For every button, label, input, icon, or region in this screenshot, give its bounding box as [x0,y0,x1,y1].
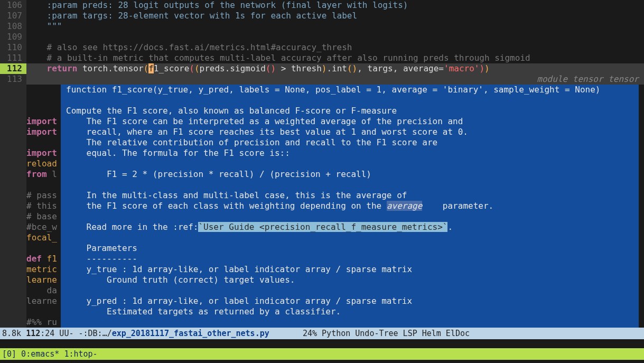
line-number: 113 [0,74,26,85]
doc-formula: F1 = 2 * (precision * recall) / (precisi… [66,169,371,179]
line-number: 110 [0,42,26,53]
paren: ) [352,63,358,73]
doc-text: The relative contribution of precision a… [66,137,437,147]
call-torch-tensor: torch.tensor [77,63,143,73]
line-number: 107 [0,11,26,21]
string-literal: 'macro' [444,63,479,73]
expr: , targs, average= [357,63,444,73]
doc-text: Read more in the :ref: [66,222,198,232]
line-number: 111 [0,53,26,63]
doc-param: y_true : 1d array-like, or label indicat… [66,264,412,274]
signature-hint: module tensor tensor [535,74,641,85]
gutter-spacer [0,85,26,328]
doc-params-header: Parameters [66,243,137,253]
code-line-110: 110 # also see https://docs.fast.ai/metr… [0,42,644,53]
doc-text: parameter. [422,201,493,211]
occluded-code: import import import reload from l # pas… [26,85,61,328]
doc-text: recall, where an F1 score reaches its be… [66,127,468,137]
doc-link[interactable]: `User Guide <precision_recall_f_measure_… [198,222,447,232]
buffer-filename: exp_20181117_fastai_other_nets.py [112,329,269,338]
line-col: 112 [26,329,40,338]
comment-text: # a built-in metric that computes multi-… [47,53,530,63]
line-number: 106 [0,0,26,11]
doc-text: the F1 score of each class with weightin… [66,201,387,211]
path-prefix: …/ [102,329,112,338]
mode-indicators: 24% Python Undo-Tree LSP Helm ElDoc [269,329,470,338]
doc-text: In the multi-class and multi-label case,… [66,190,407,200]
doc-text: equal. The formula for the F1 score is:: [66,148,290,158]
expr: preds.sigmoid [200,63,266,73]
code-line-109: 109 [0,32,644,42]
docstring-text: :param targs: 28-element vector with 1s … [47,11,358,21]
line-col-suffix: :24 UU- -:DB: [40,329,102,338]
call-f1-score: 1_score [154,63,189,73]
paren: ) [479,63,484,73]
code-line-111: 111 # a built-in metric that computes mu… [0,53,644,63]
mode-line[interactable]: 8.8k 112:24 UU- -:DB:…/exp_20181117_fast… [0,328,644,339]
expr: .int [326,63,347,73]
expr: > thresh [276,63,322,73]
paren: ( [144,63,149,73]
paren: ( [194,63,200,73]
line-number: 109 [0,32,26,42]
paren: ( [347,63,352,73]
doc-text: . [447,222,453,232]
doc-param-desc: Ground truth (correct) target values. [66,275,295,285]
keyword-return: return [47,63,78,73]
doc-summary: Compute the F1 score, also known as bala… [66,106,397,116]
code-line-108: 108 """ [0,21,644,32]
code-line-107: 107 :param targs: 28-element vector with… [0,11,644,21]
tmux-status-bar[interactable]: [0] 0:emacs* 1:htop- [0,348,644,360]
docstring-text: :param preds: 28 logit outputs of the ne… [47,0,408,10]
doc-param: y_pred : 1d array-like, or label indicat… [66,296,412,306]
paren: ( [189,63,194,73]
code-line-112-current[interactable]: 112 return torch.tensor(f1_score((preds.… [0,63,644,74]
cursor: f [148,63,154,73]
comment-text: # also see https://docs.fast.ai/metrics.… [47,42,352,52]
doc-signature: function f1_score(y_true, y_pred, labels… [66,85,600,95]
doc-param-desc: Estimated targets as returned by a class… [66,306,341,317]
doc-param-highlight: average [387,201,422,211]
paren: ) [484,63,490,73]
paren: ( [266,63,271,73]
paren: ) [270,63,276,73]
code-editor[interactable]: 106 :param preds: 28 logit outputs of th… [0,0,644,328]
documentation-popup[interactable]: function f1_score(y_true, y_pred, labels… [61,85,639,328]
docstring-end: """ [47,21,62,31]
doc-text: The F1 score can be interpreted as a wei… [66,116,463,126]
line-number-current: 112 [0,63,26,74]
doc-params-sep: ---------- [66,254,137,264]
line-number: 108 [0,21,26,32]
code-line-106: 106 :param preds: 28 logit outputs of th… [0,0,644,11]
paren: ) [322,63,327,73]
file-size: 8.8k [2,329,26,338]
tmux-windows: [0] 0:emacs* 1:htop- [2,349,98,359]
